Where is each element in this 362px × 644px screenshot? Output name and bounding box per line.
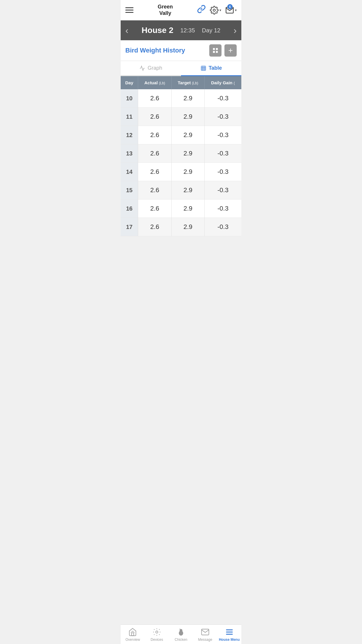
message-badge: 6: [227, 4, 233, 9]
table-row: 17 2.6 2.9 -0.3: [121, 218, 241, 236]
cell-actual: 2.6: [138, 144, 172, 163]
cell-day: 17: [121, 218, 138, 236]
cell-daily-gain: -0.3: [204, 218, 241, 236]
table-row: 12 2.6 2.9 -0.3: [121, 126, 241, 144]
section-action-icons: [209, 44, 237, 57]
cell-actual: 2.6: [138, 218, 172, 236]
cell-daily-gain: -0.3: [204, 108, 241, 126]
table-header-row: Day Actual (Lb) Target (Lb) Daily Gain (: [121, 76, 241, 89]
cell-day: 14: [121, 163, 138, 181]
cell-daily-gain: -0.3: [204, 200, 241, 218]
cell-day: 11: [121, 108, 138, 126]
cell-target: 2.9: [171, 218, 204, 236]
cell-target: 2.9: [171, 163, 204, 181]
hamburger-menu[interactable]: [125, 7, 133, 13]
next-house-button[interactable]: ›: [233, 25, 237, 36]
cell-actual: 2.6: [138, 181, 172, 200]
cell-actual: 2.6: [138, 108, 172, 126]
cell-actual: 2.6: [138, 163, 172, 181]
cell-target: 2.9: [171, 200, 204, 218]
svg-rect-1: [213, 48, 215, 50]
svg-rect-7: [201, 66, 205, 70]
top-nav-bar: GreenVally ▾ 6 ▾: [121, 0, 241, 20]
svg-rect-3: [213, 51, 215, 53]
col-target: Target (Lb): [171, 76, 204, 89]
cell-daily-gain: -0.3: [204, 89, 241, 108]
tab-table-label: Table: [209, 65, 222, 71]
add-button[interactable]: [224, 44, 237, 57]
tab-table[interactable]: Table: [181, 61, 241, 76]
cell-daily-gain: -0.3: [204, 144, 241, 163]
cell-day: 12: [121, 126, 138, 144]
bird-weight-table: Day Actual (Lb) Target (Lb) Daily Gain (…: [121, 76, 241, 236]
cell-actual: 2.6: [138, 126, 172, 144]
house-title: House 2: [142, 26, 173, 35]
prev-house-button[interactable]: ‹: [125, 25, 129, 36]
cell-daily-gain: -0.3: [204, 126, 241, 144]
cell-day: 10: [121, 89, 138, 108]
cell-target: 2.9: [171, 144, 204, 163]
message-chevron: ▾: [235, 8, 237, 12]
nav-icons: ▾ 6 ▾: [197, 5, 237, 15]
tab-graph[interactable]: Graph: [121, 61, 181, 76]
cell-day: 15: [121, 181, 138, 200]
message-button[interactable]: 6 ▾: [225, 6, 237, 15]
data-table-container: Day Actual (Lb) Target (Lb) Daily Gain (…: [121, 76, 241, 236]
col-day: Day: [121, 76, 138, 89]
link-icon[interactable]: [197, 5, 206, 15]
cell-day: 13: [121, 144, 138, 163]
cell-actual: 2.6: [138, 89, 172, 108]
svg-rect-2: [216, 48, 218, 50]
gear-chevron: ▾: [219, 8, 221, 12]
farm-name: GreenVally: [158, 4, 173, 16]
grid-view-button[interactable]: [209, 44, 222, 57]
cell-day: 16: [121, 200, 138, 218]
svg-point-0: [213, 9, 215, 11]
table-row: 11 2.6 2.9 -0.3: [121, 108, 241, 126]
house-day: Day 12: [202, 27, 220, 34]
cell-actual: 2.6: [138, 200, 172, 218]
house-time: 12:35: [180, 27, 195, 34]
section-header: Bird Weight History: [121, 40, 241, 61]
table-row: 10 2.6 2.9 -0.3: [121, 89, 241, 108]
table-row: 16 2.6 2.9 -0.3: [121, 200, 241, 218]
cell-target: 2.9: [171, 108, 204, 126]
settings-button[interactable]: ▾: [210, 6, 221, 15]
col-actual: Actual (Lb): [138, 76, 172, 89]
cell-daily-gain: -0.3: [204, 181, 241, 200]
view-tabs: Graph Table: [121, 61, 241, 76]
cell-daily-gain: -0.3: [204, 163, 241, 181]
house-info: House 2 12:35 Day 12: [142, 26, 220, 35]
table-row: 13 2.6 2.9 -0.3: [121, 144, 241, 163]
cell-target: 2.9: [171, 126, 204, 144]
tab-graph-label: Graph: [147, 65, 162, 71]
col-daily-gain: Daily Gain (: [204, 76, 241, 89]
cell-target: 2.9: [171, 89, 204, 108]
table-row: 15 2.6 2.9 -0.3: [121, 181, 241, 200]
cell-target: 2.9: [171, 181, 204, 200]
house-header: ‹ House 2 12:35 Day 12 ›: [121, 20, 241, 40]
table-row: 14 2.6 2.9 -0.3: [121, 163, 241, 181]
svg-rect-4: [216, 51, 218, 53]
section-title: Bird Weight History: [125, 47, 185, 54]
